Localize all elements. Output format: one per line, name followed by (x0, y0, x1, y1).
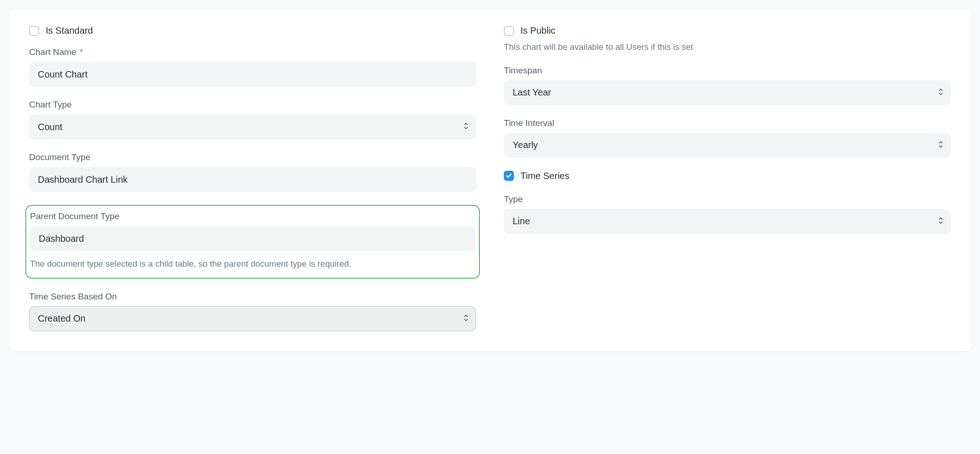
chart-type-label: Chart Type (29, 100, 476, 110)
form-card: Is Standard Chart Name * Count Chart Cha… (8, 8, 972, 352)
time-series-label: Time Series (520, 171, 569, 181)
type-select[interactable]: Line (504, 209, 951, 234)
chart-type-field: Chart Type Count (29, 100, 476, 139)
is-public-checkbox[interactable] (504, 26, 514, 36)
is-public-help: This chart will be available to all User… (504, 41, 951, 54)
is-public-row: Is Public (504, 25, 951, 36)
timespan-select[interactable]: Last Year (504, 80, 951, 105)
is-standard-label: Is Standard (46, 25, 93, 36)
chart-name-input[interactable]: Count Chart (29, 62, 476, 87)
is-public-label: Is Public (520, 25, 556, 36)
time-series-row: Time Series (504, 171, 951, 181)
is-standard-checkbox[interactable] (29, 26, 39, 36)
left-column: Is Standard Chart Name * Count Chart Cha… (29, 25, 476, 331)
is-standard-row: Is Standard (29, 25, 476, 36)
type-label: Type (504, 194, 951, 204)
parent-document-type-help: The document type selected is a child ta… (28, 257, 477, 270)
time-interval-label: Time Interval (504, 118, 951, 128)
parent-document-type-label: Parent Document Type (28, 211, 477, 221)
parent-document-type-highlight: Parent Document Type Dashboard The docum… (25, 205, 480, 279)
time-interval-select[interactable]: Yearly (504, 133, 951, 158)
chart-type-select[interactable]: Count (29, 114, 476, 139)
timespan-field: Timespan Last Year (504, 66, 951, 105)
document-type-field: Document Type Dashboard Chart Link (29, 152, 476, 192)
time-series-checkbox[interactable] (504, 171, 514, 181)
time-series-based-on-label: Time Series Based On (29, 292, 476, 302)
is-public-group: Is Public This chart will be available t… (504, 25, 951, 54)
time-series-based-on-select[interactable]: Created On (29, 306, 476, 331)
document-type-input[interactable]: Dashboard Chart Link (29, 167, 476, 192)
type-field: Type Line (504, 194, 951, 234)
required-asterisk: * (80, 47, 83, 57)
chart-name-field: Chart Name * Count Chart (29, 47, 476, 87)
time-series-based-on-field: Time Series Based On Created On (29, 292, 476, 331)
time-interval-field: Time Interval Yearly (504, 118, 951, 158)
timespan-label: Timespan (504, 66, 951, 76)
chart-name-label: Chart Name * (29, 47, 476, 57)
document-type-label: Document Type (29, 152, 476, 162)
right-column: Is Public This chart will be available t… (504, 25, 951, 331)
parent-document-type-input[interactable]: Dashboard (30, 226, 475, 251)
